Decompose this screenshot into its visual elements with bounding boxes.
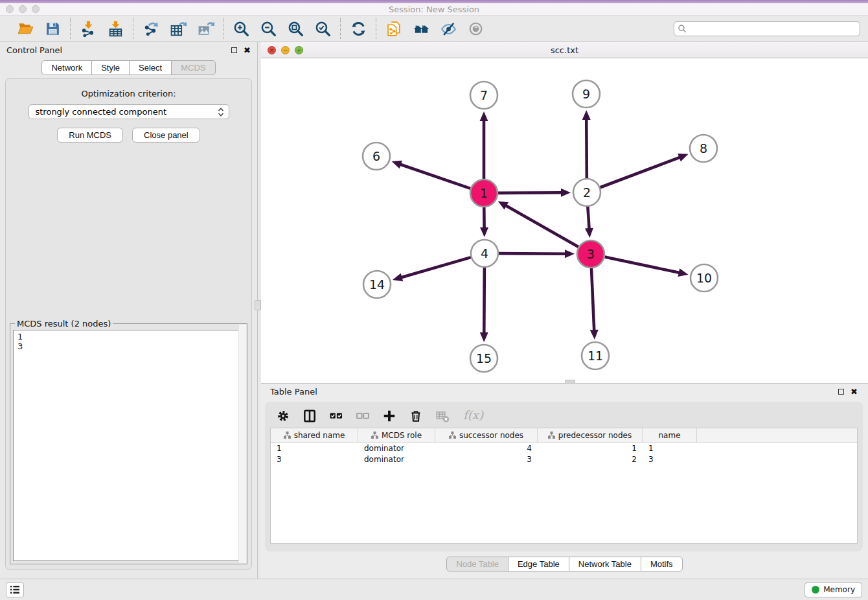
apply-layout-icon[interactable] xyxy=(349,19,367,38)
zoom-fit-icon[interactable] xyxy=(286,19,304,38)
column-header-MCDS-role[interactable]: MCDS role xyxy=(358,428,435,442)
table-tab-node-table[interactable]: Node Table xyxy=(446,557,508,571)
open-file-icon[interactable] xyxy=(16,19,34,38)
show-columns-icon[interactable] xyxy=(303,409,317,423)
column-header-name[interactable]: name xyxy=(643,428,697,442)
node-9[interactable]: 9 xyxy=(573,80,600,108)
table-cell[interactable]: dominator xyxy=(358,455,435,464)
node-6[interactable]: 6 xyxy=(363,143,390,170)
node-3[interactable]: 3 xyxy=(577,240,604,268)
table-cell[interactable]: 3 xyxy=(271,455,358,464)
table-cell[interactable]: 3 xyxy=(643,455,697,464)
node-8[interactable]: 8 xyxy=(690,135,717,162)
horizontal-splitter-grip[interactable] xyxy=(565,380,575,384)
table-tab-motifs[interactable]: Motifs xyxy=(641,557,683,571)
run-mcds-button[interactable]: Run MCDS xyxy=(57,128,123,143)
table-cell[interactable]: 1 xyxy=(538,444,643,453)
edge-3-10[interactable] xyxy=(605,257,681,273)
tab-style[interactable]: Style xyxy=(91,60,130,75)
tab-mcds[interactable]: MCDS xyxy=(171,60,215,75)
edge-3-11[interactable] xyxy=(591,268,594,332)
edge-4-15[interactable] xyxy=(484,268,485,334)
export-table-icon[interactable] xyxy=(169,19,187,38)
save-session-icon[interactable] xyxy=(43,19,62,38)
network-close-button[interactable]: ✕ xyxy=(268,46,276,54)
table-row[interactable]: 3dominator323 xyxy=(271,454,857,465)
hide-graphics-details-icon[interactable] xyxy=(439,19,457,38)
import-table-icon[interactable] xyxy=(106,19,124,38)
column-header-predecessor-nodes[interactable]: predecessor nodes xyxy=(538,428,643,442)
add-row-icon[interactable] xyxy=(382,409,396,423)
network-graph[interactable]: 7968124314101511 xyxy=(261,58,868,383)
table-cell[interactable]: 4 xyxy=(435,444,538,453)
close-window-button[interactable] xyxy=(6,5,14,13)
close-panel-icon[interactable]: ✖ xyxy=(244,46,251,54)
export-image-icon[interactable] xyxy=(196,19,214,38)
column-header-shared-name[interactable]: shared name xyxy=(271,428,358,442)
table-cell[interactable]: 3 xyxy=(435,455,538,464)
column-label: name xyxy=(658,431,680,440)
memory-button[interactable]: Memory xyxy=(805,583,862,597)
table-tab-network-table[interactable]: Network Table xyxy=(569,557,641,571)
table-cell[interactable]: 1 xyxy=(271,444,358,453)
edge-arrowhead xyxy=(393,273,403,281)
control-panel: Control Panel ✖ NetworkStyleSelectMCDS O… xyxy=(0,42,257,579)
status-bar: Memory xyxy=(0,579,868,600)
column-type-icon xyxy=(371,432,378,439)
node-4[interactable]: 4 xyxy=(471,240,498,267)
splitter-grip[interactable] xyxy=(255,300,261,310)
maximize-window-button[interactable] xyxy=(32,5,40,13)
column-label: MCDS role xyxy=(382,431,422,440)
toolbar-group xyxy=(8,19,70,38)
table-float-panel-icon[interactable] xyxy=(838,389,844,395)
node-15[interactable]: 15 xyxy=(470,345,497,372)
table-settings-icon[interactable] xyxy=(276,409,290,423)
node-10[interactable]: 10 xyxy=(691,264,718,292)
delete-row-icon[interactable] xyxy=(409,409,423,423)
table-cell[interactable]: 2 xyxy=(538,455,643,464)
table-cell[interactable]: dominator xyxy=(358,444,435,453)
criterion-select[interactable]: strongly connected component xyxy=(29,104,229,119)
import-network-icon[interactable] xyxy=(79,19,97,38)
node-label: 15 xyxy=(476,351,492,365)
close-panel-button[interactable]: Close panel xyxy=(132,128,200,143)
network-maximize-button[interactable]: + xyxy=(295,46,303,54)
edge-3-1[interactable] xyxy=(505,205,578,247)
network-canvas[interactable]: 7968124314101511 xyxy=(261,58,868,383)
node-1[interactable]: 1 xyxy=(470,179,497,207)
edge-2-3[interactable] xyxy=(588,207,589,230)
table-close-panel-icon[interactable]: ✖ xyxy=(851,387,858,396)
table-row[interactable]: 1dominator411 xyxy=(271,443,857,454)
clone-network-icon[interactable] xyxy=(385,19,403,38)
edge-1-6[interactable] xyxy=(399,164,470,189)
table-tab-edge-table[interactable]: Edge Table xyxy=(508,557,569,571)
mcds-result-text[interactable]: 1 3 xyxy=(13,330,244,561)
float-panel-icon[interactable] xyxy=(231,47,237,53)
node-2[interactable]: 2 xyxy=(573,179,600,206)
edge-4-3[interactable] xyxy=(499,253,567,254)
result-scrollbar[interactable] xyxy=(238,325,246,563)
edge-2-9[interactable] xyxy=(586,118,587,178)
unselect-all-icon[interactable] xyxy=(356,409,370,423)
export-network-icon[interactable] xyxy=(142,19,160,38)
table-cell[interactable]: 1 xyxy=(643,444,697,453)
select-all-icon[interactable] xyxy=(329,409,343,423)
network-overview-icon[interactable] xyxy=(412,19,430,38)
zoom-out-icon[interactable] xyxy=(259,19,277,38)
edge-4-14[interactable] xyxy=(400,257,471,278)
zoom-in-icon[interactable] xyxy=(232,19,250,38)
node-14[interactable]: 14 xyxy=(363,271,391,298)
zoom-selected-icon[interactable] xyxy=(314,19,332,38)
tab-network[interactable]: Network xyxy=(41,60,92,75)
column-header-successor-nodes[interactable]: successor nodes xyxy=(435,428,538,442)
tab-select[interactable]: Select xyxy=(129,60,172,75)
task-history-button[interactable] xyxy=(6,583,24,597)
minimize-window-button[interactable] xyxy=(19,5,27,13)
search-input[interactable] xyxy=(674,21,860,36)
node-7[interactable]: 7 xyxy=(470,82,497,109)
edge-2-8[interactable] xyxy=(600,157,681,187)
node-11[interactable]: 11 xyxy=(582,342,609,369)
network-minimize-button[interactable]: − xyxy=(281,46,290,54)
app-window: Session: New Session Control Panel ✖ Net… xyxy=(0,0,868,600)
edge-1-2[interactable] xyxy=(498,192,563,193)
